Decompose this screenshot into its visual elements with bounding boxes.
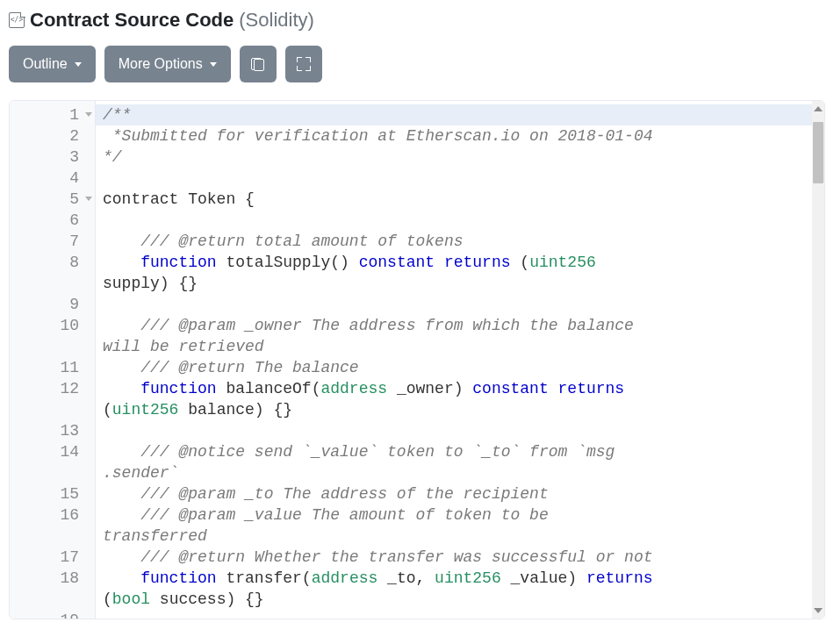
line-number: 18 (10, 568, 95, 589)
code-line: /// @param _to The address of the recipi… (103, 483, 824, 504)
code-line: supply) {} (103, 273, 824, 294)
code-line: will be retrieved (103, 336, 824, 357)
code-line (103, 420, 824, 441)
section-title: Contract Source Code (30, 9, 234, 32)
more-options-label: More Options (119, 56, 203, 72)
code-line: /// @return The balance (103, 357, 824, 378)
chevron-down-icon (210, 62, 217, 67)
section-subtitle: (Solidity) (239, 9, 314, 32)
code-line: (uint256 balance) {} (103, 399, 824, 420)
code-line: (bool success) {} (103, 589, 824, 610)
code-line: function balanceOf(address _owner) const… (103, 378, 824, 399)
code-editor[interactable]: 12345678.910.1112.1314.1516.1718.19 /** … (9, 100, 825, 619)
fullscreen-button[interactable] (285, 46, 322, 82)
line-number: 5 (10, 189, 95, 210)
code-line (103, 610, 824, 619)
outline-button-label: Outline (23, 56, 68, 72)
code-line: /// @return total amount of tokens (103, 231, 824, 252)
line-number: 12 (10, 378, 95, 399)
line-number: 2 (10, 125, 95, 147)
line-number: 19 (10, 610, 95, 619)
code-line: function totalSupply() constant returns … (103, 252, 824, 273)
line-number: 10 (10, 315, 95, 336)
code-line (103, 210, 824, 231)
toolbar: Outline More Options (9, 46, 825, 82)
line-number: 11 (10, 357, 95, 378)
code-line: /// @notice send `_value` token to `_to`… (103, 441, 824, 462)
code-line: /// @param _owner The address from which… (103, 315, 824, 336)
line-number: 14 (10, 441, 95, 462)
line-number: 4 (10, 168, 95, 189)
code-line (103, 168, 824, 189)
line-number: 3 (10, 147, 95, 168)
code-line: */ (103, 147, 824, 168)
vertical-scrollbar[interactable] (812, 101, 824, 619)
scroll-thumb[interactable] (813, 122, 823, 183)
code-line: transferred (103, 526, 824, 547)
copy-button[interactable] (240, 46, 277, 82)
line-number: 8 (10, 252, 95, 273)
line-number: 15 (10, 483, 95, 504)
code-line: *Submitted for verification at Etherscan… (103, 125, 824, 147)
line-number: 1 (10, 104, 95, 125)
line-number: 9 (10, 294, 95, 315)
outline-button[interactable]: Outline (9, 46, 96, 82)
code-line (103, 294, 824, 315)
scroll-up-arrow-icon[interactable] (812, 103, 824, 115)
code-line: .sender` (103, 462, 824, 483)
file-code-icon: </> (9, 12, 25, 28)
section-header: </> Contract Source Code (Solidity) (9, 9, 825, 32)
more-options-button[interactable]: More Options (104, 46, 231, 82)
fold-icon[interactable] (85, 112, 92, 117)
line-number: 13 (10, 420, 95, 441)
code-line: /// @return Whether the transfer was suc… (103, 547, 824, 568)
line-number: 6 (10, 210, 95, 231)
line-number: 7 (10, 231, 95, 252)
code-line: contract Token { (103, 189, 824, 210)
line-number: 16 (10, 504, 95, 526)
scroll-down-arrow-icon[interactable] (812, 605, 824, 617)
chevron-down-icon (75, 62, 82, 67)
line-number: 17 (10, 547, 95, 568)
fold-icon[interactable] (85, 197, 92, 201)
fullscreen-icon (297, 57, 311, 71)
code-content[interactable]: /** *Submitted for verification at Ether… (96, 101, 824, 619)
code-line: /** (96, 104, 824, 125)
line-number-gutter: 12345678.910.1112.1314.1516.1718.19 (10, 101, 96, 619)
code-line: /// @param _value The amount of token to… (103, 504, 824, 526)
copy-icon (251, 58, 264, 71)
code-line: function transfer(address _to, uint256 _… (103, 568, 824, 589)
